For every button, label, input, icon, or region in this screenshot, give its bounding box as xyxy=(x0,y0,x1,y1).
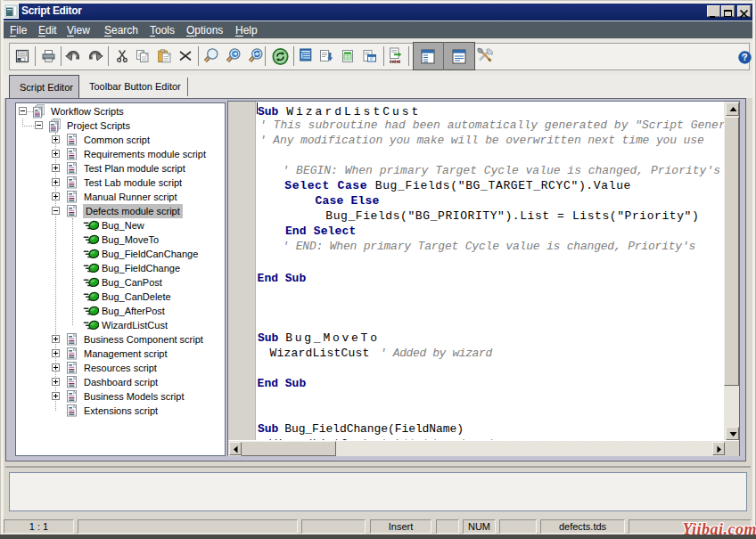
svg-text:?: ? xyxy=(742,52,747,62)
